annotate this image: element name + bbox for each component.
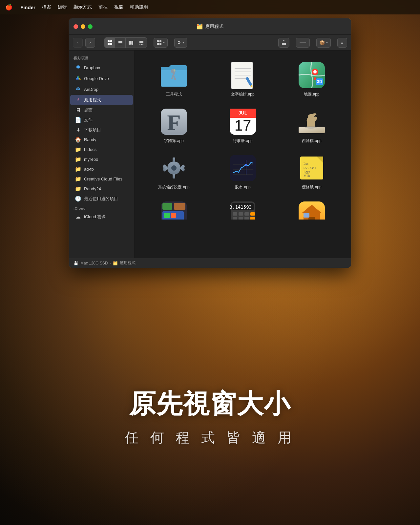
svg-text:JUL: JUL bbox=[239, 110, 247, 116]
file-item-fontbook[interactable]: F 字體簿.app bbox=[141, 104, 207, 147]
svg-rect-83 bbox=[239, 212, 243, 216]
sidebar-item-google-drive[interactable]: Google Drive bbox=[70, 73, 133, 84]
recent-icon: 🕐 bbox=[75, 196, 81, 202]
myrepo-icon: 📁 bbox=[75, 156, 81, 162]
column-view-button[interactable] bbox=[126, 38, 136, 48]
sysprefs-icon bbox=[159, 153, 189, 183]
file-grid: 工具程式 bbox=[135, 51, 351, 258]
svg-text:3.141593: 3.141593 bbox=[230, 204, 252, 210]
close-button[interactable] bbox=[74, 24, 78, 29]
sidebar-item-desktop[interactable]: 🖥 桌面 bbox=[70, 106, 133, 115]
adfb-icon: 📁 bbox=[75, 166, 81, 172]
cover-flow-button[interactable] bbox=[136, 38, 147, 48]
file-item-stocks[interactable]: 股市.app bbox=[210, 150, 276, 193]
textedit-icon bbox=[228, 60, 258, 90]
file-item-stickies[interactable]: Los 555-7361 Eggs Milk 便條紙.app bbox=[279, 150, 345, 193]
mission-control-icon bbox=[159, 200, 189, 220]
back-button[interactable]: ‹ bbox=[73, 38, 83, 48]
file-item-home[interactable] bbox=[279, 197, 345, 223]
dropbox-button[interactable]: 📦 ▾ bbox=[316, 38, 331, 48]
svg-rect-7 bbox=[129, 41, 130, 45]
svg-rect-17 bbox=[159, 43, 161, 45]
svg-point-49 bbox=[308, 114, 313, 118]
fullscreen-button[interactable] bbox=[88, 24, 93, 29]
forward-button[interactable]: › bbox=[85, 38, 95, 48]
gallery-view-button[interactable]: ▾ bbox=[154, 38, 168, 48]
file-item-calculator[interactable]: 3.141593 bbox=[210, 197, 276, 223]
svg-rect-6 bbox=[118, 44, 122, 44]
sidebar-icloud-label: iCloud 雲碟 bbox=[84, 214, 106, 220]
home-icon bbox=[297, 200, 326, 220]
file-item-chess[interactable]: 西洋棋.app bbox=[279, 104, 345, 147]
svg-rect-10 bbox=[139, 41, 143, 43]
file-item-calendar[interactable]: JUL 17 行事曆.app bbox=[210, 104, 276, 147]
sidebar-item-icloud[interactable]: ☁ iCloud 雲碟 bbox=[70, 212, 133, 221]
file-item-mission-control[interactable] bbox=[141, 197, 207, 223]
svg-rect-89 bbox=[250, 217, 255, 220]
share-button[interactable] bbox=[278, 38, 289, 48]
titlebar-title-text: 應用程式 bbox=[205, 24, 223, 30]
view-mode-group bbox=[104, 37, 147, 48]
apple-menu[interactable]: 🍎 bbox=[5, 4, 12, 11]
list-view-button[interactable] bbox=[115, 38, 126, 48]
sidebar-item-dropbox[interactable]: Dropbox bbox=[70, 62, 133, 73]
more-button[interactable]: » bbox=[337, 38, 347, 48]
minimize-button[interactable] bbox=[81, 24, 85, 29]
file-item-sysprefs[interactable]: 系統偏好設定.app bbox=[141, 150, 207, 193]
svg-rect-77 bbox=[164, 213, 170, 218]
window-menu[interactable]: 視窗 bbox=[114, 4, 123, 10]
sidebar-item-creative-cloud[interactable]: 📁 Creative Cloud Files bbox=[70, 174, 133, 184]
file-menu[interactable]: 檔案 bbox=[42, 4, 51, 10]
view-menu[interactable]: 顯示方式 bbox=[74, 4, 92, 10]
sidebar-randy24-label: Randy24 bbox=[84, 186, 101, 191]
sidebar-item-recent[interactable]: 🕐 最近使用過的項目 bbox=[70, 194, 133, 203]
svg-rect-5 bbox=[118, 42, 122, 43]
downloads-icon: ⬇ bbox=[75, 127, 81, 133]
fontbook-label: 字體簿.app bbox=[164, 138, 183, 144]
sidebar-downloads-label: 下載項目 bbox=[84, 127, 101, 133]
finder-window: 🗂️ 應用程式 ‹ › bbox=[69, 18, 351, 268]
sidebar-airdrop-label: AirDrop bbox=[84, 87, 98, 92]
sidebar-item-randy24[interactable]: 📁 Randy24 bbox=[70, 184, 133, 194]
svg-rect-53 bbox=[173, 158, 175, 162]
go-menu[interactable]: 前往 bbox=[98, 4, 108, 10]
file-item-maps[interactable]: 3D 地圖.app bbox=[279, 57, 345, 100]
sidebar-item-documents[interactable]: 📄 文件 bbox=[70, 115, 133, 125]
svg-rect-75 bbox=[174, 203, 185, 210]
svg-rect-61 bbox=[230, 155, 256, 181]
chess-label: 西洋棋.app bbox=[302, 138, 321, 144]
titlebar: 🗂️ 應用程式 bbox=[69, 18, 351, 35]
calculator-icon: 3.141593 bbox=[228, 200, 258, 220]
svg-rect-12 bbox=[141, 44, 142, 45]
titlebar-folder-icon: 🗂️ bbox=[197, 23, 203, 30]
svg-text:A: A bbox=[76, 97, 79, 102]
sidebar-item-adfb[interactable]: 📁 ad-fb bbox=[70, 164, 133, 174]
sidebar-item-applications[interactable]: A 應用程式 bbox=[70, 95, 133, 105]
help-menu[interactable]: 輔助說明 bbox=[130, 4, 148, 10]
finder-content: 喜好項目 Dropbox Goo bbox=[69, 51, 351, 258]
sidebar-item-myrepo[interactable]: 📁 myrepo bbox=[70, 155, 133, 164]
sidebar-item-randy[interactable]: 🏠 Randy bbox=[70, 135, 133, 144]
sidebar-item-downloads[interactable]: ⬇ 下載項目 bbox=[70, 125, 133, 135]
sidebar-item-htdocs[interactable]: 📁 htdocs bbox=[70, 145, 133, 154]
sysprefs-label: 系統偏好設定.app bbox=[158, 185, 189, 190]
bottom-subtitle: 任 何 程 式 皆 適 用 bbox=[125, 429, 295, 447]
airdrop-icon bbox=[75, 86, 81, 93]
svg-text:17: 17 bbox=[234, 117, 251, 134]
svg-rect-2 bbox=[108, 43, 110, 45]
icon-view-button[interactable] bbox=[105, 38, 115, 48]
svg-rect-88 bbox=[244, 217, 249, 220]
svg-text:Eggs: Eggs bbox=[304, 170, 310, 174]
sidebar-google-drive-label: Google Drive bbox=[84, 76, 109, 81]
finder-menu[interactable]: Finder bbox=[20, 5, 35, 10]
documents-icon: 📄 bbox=[75, 117, 81, 123]
google-drive-icon bbox=[75, 75, 81, 82]
file-item-textedit[interactable]: 文字編輯.app bbox=[210, 57, 276, 100]
file-item-tools[interactable]: 工具程式 bbox=[141, 57, 207, 100]
edit-button[interactable] bbox=[296, 38, 310, 48]
gear-button[interactable]: ⚙ ▾ bbox=[174, 38, 187, 48]
favorites-label: 喜好項目 bbox=[69, 53, 134, 62]
sidebar-item-airdrop[interactable]: AirDrop bbox=[70, 84, 133, 94]
edit-menu[interactable]: 編輯 bbox=[58, 4, 67, 10]
svg-rect-16 bbox=[157, 43, 159, 45]
